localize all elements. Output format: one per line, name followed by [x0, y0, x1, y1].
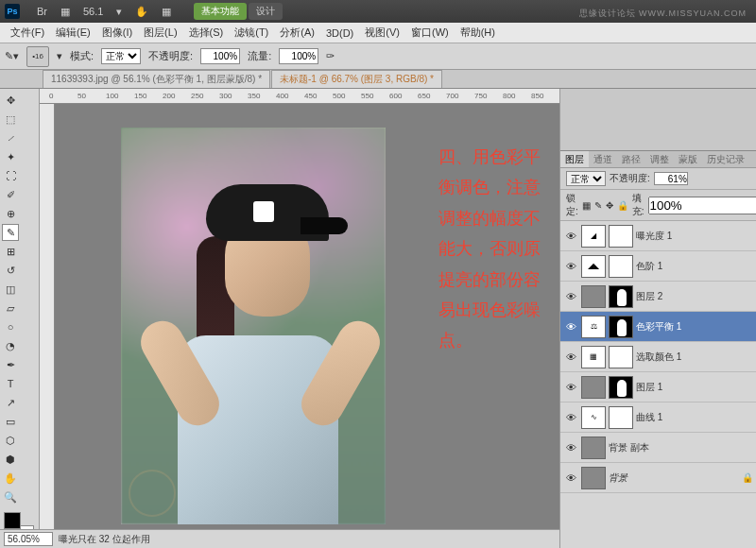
layer-thumb[interactable]: [581, 285, 606, 308]
flow-input[interactable]: [279, 48, 318, 64]
visibility-icon[interactable]: 👁: [563, 291, 578, 302]
bridge-icon[interactable]: Br: [33, 5, 51, 19]
move-tool[interactable]: ✥: [2, 92, 19, 109]
visibility-icon[interactable]: 👁: [563, 351, 578, 363]
layer-thumb[interactable]: [581, 376, 606, 399]
doc-tab-1[interactable]: 11639393.jpg @ 56.1% (色彩平衡 1, 图层蒙版/8) *: [43, 70, 270, 88]
pen-tool[interactable]: ✒: [2, 356, 19, 373]
menu-view[interactable]: 视图(V): [359, 26, 405, 40]
layer-name[interactable]: 图层 1: [636, 381, 753, 394]
workspace-basic[interactable]: 基本功能: [194, 3, 247, 20]
eyedropper-tool[interactable]: ✐: [2, 186, 19, 203]
layer-name[interactable]: 选取颜色 1: [636, 351, 753, 364]
marquee-tool[interactable]: ⬚: [2, 111, 19, 128]
type-tool[interactable]: T: [2, 375, 19, 392]
menu-analysis[interactable]: 分析(A): [274, 26, 320, 40]
mode-select[interactable]: 正常: [101, 48, 141, 64]
image-viewport[interactable]: 四、用色彩平衡调色，注意调整的幅度不能大，否则原提亮的部份容易出现色彩噪点。: [55, 104, 559, 548]
foreground-color[interactable]: [4, 512, 21, 529]
3d-tool[interactable]: ⬡: [2, 432, 19, 449]
layer-mask-thumb[interactable]: [609, 225, 633, 248]
workspace-design[interactable]: 设计: [249, 3, 283, 20]
hand-tool[interactable]: ✋: [2, 470, 19, 487]
layer-row[interactable]: 👁◢曝光度 1: [560, 221, 756, 251]
layer-thumb[interactable]: ▦: [581, 346, 606, 368]
lock-move-icon[interactable]: ✥: [606, 200, 613, 211]
layer-mask-thumb[interactable]: [609, 316, 633, 338]
menu-3d[interactable]: 3D(D): [320, 27, 359, 39]
visibility-icon[interactable]: 👁: [563, 261, 578, 272]
crop-tool[interactable]: ⛶: [2, 167, 19, 184]
layer-row[interactable]: 👁背景 副本: [560, 433, 756, 463]
layer-row[interactable]: 👁⚖色彩平衡 1: [560, 312, 756, 342]
layer-thumb[interactable]: ⚖: [581, 316, 606, 338]
layer-mask-thumb[interactable]: [609, 255, 633, 278]
layer-mask-thumb[interactable]: [609, 406, 633, 429]
blur-tool[interactable]: ○: [2, 318, 19, 335]
lasso-tool[interactable]: ⟋: [2, 129, 19, 146]
visibility-icon[interactable]: 👁: [563, 231, 578, 242]
layer-row[interactable]: 👁▦选取颜色 1: [560, 342, 756, 372]
lock-brush-icon[interactable]: ✎: [594, 200, 602, 211]
brush-panel-icon[interactable]: ▾: [57, 50, 62, 62]
gradient-tool[interactable]: ▱: [2, 300, 19, 317]
layer-row[interactable]: 👁◢◣色阶 1: [560, 251, 756, 282]
eraser-tool[interactable]: ◫: [2, 281, 19, 298]
layer-thumb[interactable]: ∿: [581, 406, 606, 429]
layer-thumb[interactable]: [581, 437, 606, 459]
visibility-icon[interactable]: 👁: [563, 321, 578, 333]
layer-row[interactable]: 👁图层 1: [560, 372, 756, 402]
tool-preset-icon[interactable]: ✎▾: [5, 50, 19, 62]
lock-all-icon[interactable]: 🔒: [617, 200, 628, 211]
menu-help[interactable]: 帮助(H): [455, 26, 501, 40]
3d-cam-tool[interactable]: ⬢: [2, 451, 19, 468]
layer-name[interactable]: 曲线 1: [636, 411, 753, 424]
layer-thumb[interactable]: ◢: [581, 225, 606, 248]
doc-tab-2[interactable]: 未标题-1 @ 66.7% (图层 3, RGB/8) *: [271, 70, 442, 88]
shape-tool[interactable]: ▭: [2, 413, 19, 430]
layer-row[interactable]: 👁图层 2: [560, 282, 756, 312]
hand-icon[interactable]: ✋: [131, 5, 152, 19]
menu-layer[interactable]: 图层(L): [138, 26, 182, 40]
tab-mask[interactable]: 蒙版: [674, 151, 702, 167]
layer-thumb[interactable]: [581, 467, 606, 489]
zoom-tool[interactable]: 🔍: [2, 488, 19, 505]
visibility-icon[interactable]: 👁: [563, 472, 578, 484]
layer-mask-thumb[interactable]: [609, 376, 633, 399]
lock-pixels-icon[interactable]: ▦: [582, 200, 591, 211]
layer-name[interactable]: 色彩平衡 1: [636, 320, 753, 334]
view-icon[interactable]: ▦: [158, 5, 175, 19]
tab-channels[interactable]: 通道: [589, 151, 617, 167]
visibility-icon[interactable]: 👁: [563, 382, 578, 393]
brush-tool[interactable]: ✎: [2, 224, 19, 241]
airbrush-icon[interactable]: ✑: [326, 50, 335, 62]
layer-name[interactable]: 背景: [609, 471, 739, 485]
mb-icon[interactable]: ▦: [57, 5, 74, 19]
fill-input[interactable]: [648, 197, 756, 214]
zoom-dd-icon[interactable]: ▾: [112, 5, 126, 19]
dodge-tool[interactable]: ◔: [2, 337, 19, 354]
mini-panels[interactable]: [560, 89, 756, 151]
menu-window[interactable]: 窗口(W): [405, 26, 455, 40]
tab-layers[interactable]: 图层: [560, 151, 589, 167]
layer-row[interactable]: 👁∿曲线 1: [560, 402, 756, 433]
tab-history[interactable]: 历史记录: [702, 151, 749, 167]
tab-adjust[interactable]: 调整: [645, 151, 674, 167]
layer-mask-thumb[interactable]: [609, 346, 633, 368]
menu-select[interactable]: 选择(S): [183, 26, 230, 40]
menu-image[interactable]: 图像(I): [96, 26, 138, 40]
layer-thumb[interactable]: ◢◣: [581, 255, 606, 278]
menu-edit[interactable]: 编辑(E): [50, 26, 96, 40]
wand-tool[interactable]: ✦: [2, 148, 19, 165]
path-tool[interactable]: ↗: [2, 394, 19, 411]
status-zoom[interactable]: 56.05%: [4, 532, 53, 546]
history-brush-tool[interactable]: ↺: [2, 262, 19, 279]
layer-name[interactable]: 背景 副本: [609, 441, 753, 454]
stamp-tool[interactable]: ⊞: [2, 243, 19, 260]
layer-name[interactable]: 图层 2: [636, 290, 753, 303]
tab-paths[interactable]: 路径: [617, 151, 645, 167]
menu-filter[interactable]: 滤镜(T): [229, 26, 274, 40]
heal-tool[interactable]: ⊕: [2, 205, 19, 222]
opacity-input[interactable]: [200, 48, 240, 64]
layer-name[interactable]: 曝光度 1: [636, 230, 753, 243]
